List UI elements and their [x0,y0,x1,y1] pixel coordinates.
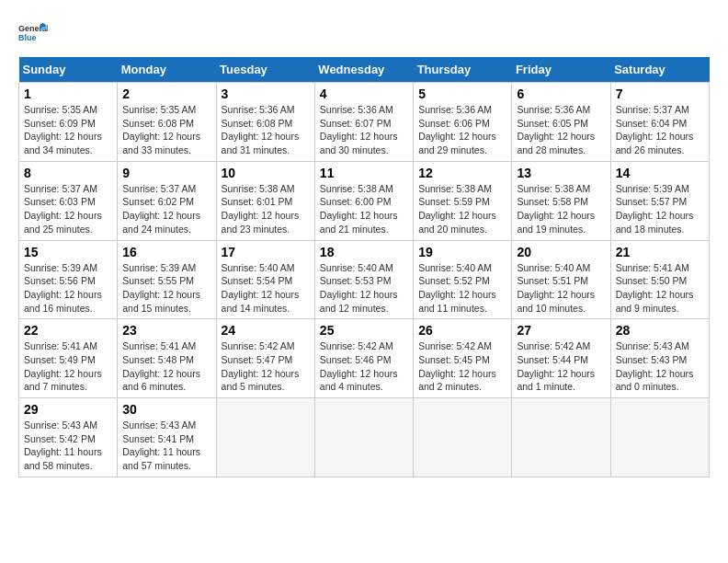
calendar-table: SundayMondayTuesdayWednesdayThursdayFrid… [18,57,710,477]
table-row: 5Sunrise: 5:36 AMSunset: 6:06 PMDaylight… [414,83,512,162]
calendar-week-row: 22Sunrise: 5:41 AMSunset: 5:49 PMDayligh… [19,319,710,398]
day-info: Sunrise: 5:36 AMSunset: 6:08 PMDaylight:… [222,103,310,157]
day-info: Sunrise: 5:40 AMSunset: 5:53 PMDaylight:… [320,261,408,316]
table-row: 18Sunrise: 5:40 AMSunset: 5:53 PMDayligh… [314,240,413,319]
day-info: Sunrise: 5:38 AMSunset: 6:00 PMDaylight:… [320,182,408,236]
day-info: Sunrise: 5:42 AMSunset: 5:47 PMDaylight:… [222,339,310,394]
day-number: 30 [122,402,210,417]
table-row: 11Sunrise: 5:38 AMSunset: 6:00 PMDayligh… [314,161,413,240]
table-row: 3Sunrise: 5:36 AMSunset: 6:08 PMDaylight… [216,83,314,162]
day-header-wednesday: Wednesday [314,57,413,83]
table-row: 26Sunrise: 5:42 AMSunset: 5:45 PMDayligh… [414,319,512,398]
day-info: Sunrise: 5:36 AMSunset: 6:06 PMDaylight:… [418,103,506,157]
day-number: 11 [320,166,408,180]
table-row: 10Sunrise: 5:38 AMSunset: 6:01 PMDayligh… [216,161,314,240]
page-header: GeneralBlue [18,18,710,48]
day-info: Sunrise: 5:39 AMSunset: 5:56 PMDaylight:… [24,261,112,316]
day-info: Sunrise: 5:37 AMSunset: 6:04 PMDaylight:… [616,103,704,157]
day-info: Sunrise: 5:42 AMSunset: 5:44 PMDaylight:… [517,339,605,394]
day-info: Sunrise: 5:43 AMSunset: 5:41 PMDaylight:… [122,419,210,473]
table-row [610,398,709,477]
table-row: 8Sunrise: 5:37 AMSunset: 6:03 PMDaylight… [19,161,118,240]
day-number: 17 [222,245,310,259]
table-row: 4Sunrise: 5:36 AMSunset: 6:07 PMDaylight… [314,83,413,162]
table-row: 23Sunrise: 5:41 AMSunset: 5:48 PMDayligh… [118,319,216,398]
logo: GeneralBlue [18,18,48,48]
day-number: 19 [418,245,506,259]
table-row [216,398,314,477]
table-row: 27Sunrise: 5:42 AMSunset: 5:44 PMDayligh… [512,319,610,398]
day-number: 24 [222,323,310,338]
logo-icon: GeneralBlue [18,18,48,48]
day-info: Sunrise: 5:39 AMSunset: 5:55 PMDaylight:… [122,261,210,316]
table-row: 19Sunrise: 5:40 AMSunset: 5:52 PMDayligh… [414,240,512,319]
calendar-week-row: 1Sunrise: 5:35 AMSunset: 6:09 PMDaylight… [19,83,710,162]
day-header-thursday: Thursday [414,57,512,83]
table-row: 22Sunrise: 5:41 AMSunset: 5:49 PMDayligh… [19,319,118,398]
table-row: 15Sunrise: 5:39 AMSunset: 5:56 PMDayligh… [19,240,118,319]
table-row: 17Sunrise: 5:40 AMSunset: 5:54 PMDayligh… [216,240,314,319]
day-info: Sunrise: 5:38 AMSunset: 5:59 PMDaylight:… [418,182,506,236]
table-row: 28Sunrise: 5:43 AMSunset: 5:43 PMDayligh… [610,319,709,398]
day-info: Sunrise: 5:35 AMSunset: 6:09 PMDaylight:… [24,103,112,157]
day-number: 16 [122,245,210,259]
table-row: 1Sunrise: 5:35 AMSunset: 6:09 PMDaylight… [19,83,118,162]
table-row: 2Sunrise: 5:35 AMSunset: 6:08 PMDaylight… [118,83,216,162]
day-number: 10 [222,166,310,180]
day-info: Sunrise: 5:38 AMSunset: 6:01 PMDaylight:… [222,182,310,236]
day-number: 21 [616,245,704,259]
day-number: 6 [517,86,605,101]
day-number: 29 [24,402,112,417]
day-info: Sunrise: 5:39 AMSunset: 5:57 PMDaylight:… [616,182,704,236]
day-info: Sunrise: 5:36 AMSunset: 6:07 PMDaylight:… [320,103,408,157]
table-row: 30Sunrise: 5:43 AMSunset: 5:41 PMDayligh… [118,398,216,477]
day-number: 15 [24,245,112,259]
day-number: 1 [24,86,112,101]
table-row: 9Sunrise: 5:37 AMSunset: 6:02 PMDaylight… [118,161,216,240]
day-number: 27 [517,323,605,338]
day-info: Sunrise: 5:35 AMSunset: 6:08 PMDaylight:… [122,103,210,157]
day-info: Sunrise: 5:41 AMSunset: 5:49 PMDaylight:… [24,339,112,394]
day-number: 4 [320,86,408,101]
day-number: 13 [517,166,605,180]
day-header-saturday: Saturday [610,57,709,83]
table-row: 20Sunrise: 5:40 AMSunset: 5:51 PMDayligh… [512,240,610,319]
table-row: 29Sunrise: 5:43 AMSunset: 5:42 PMDayligh… [19,398,118,477]
day-header-friday: Friday [512,57,610,83]
day-info: Sunrise: 5:37 AMSunset: 6:02 PMDaylight:… [122,182,210,236]
day-info: Sunrise: 5:42 AMSunset: 5:46 PMDaylight:… [320,339,408,394]
day-info: Sunrise: 5:40 AMSunset: 5:52 PMDaylight:… [418,261,506,316]
table-row [414,398,512,477]
day-number: 8 [24,166,112,180]
day-info: Sunrise: 5:41 AMSunset: 5:48 PMDaylight:… [122,339,210,394]
day-header-tuesday: Tuesday [216,57,314,83]
calendar-week-row: 8Sunrise: 5:37 AMSunset: 6:03 PMDaylight… [19,161,710,240]
calendar-week-row: 15Sunrise: 5:39 AMSunset: 5:56 PMDayligh… [19,240,710,319]
calendar-header-row: SundayMondayTuesdayWednesdayThursdayFrid… [19,57,710,83]
day-number: 18 [320,245,408,259]
day-number: 9 [122,166,210,180]
day-info: Sunrise: 5:37 AMSunset: 6:03 PMDaylight:… [24,182,112,236]
day-info: Sunrise: 5:43 AMSunset: 5:42 PMDaylight:… [24,419,112,473]
day-number: 5 [418,86,506,101]
table-row: 13Sunrise: 5:38 AMSunset: 5:58 PMDayligh… [512,161,610,240]
day-number: 23 [122,323,210,338]
day-info: Sunrise: 5:36 AMSunset: 6:05 PMDaylight:… [517,103,605,157]
table-row: 6Sunrise: 5:36 AMSunset: 6:05 PMDaylight… [512,83,610,162]
day-header-sunday: Sunday [19,57,118,83]
day-info: Sunrise: 5:40 AMSunset: 5:51 PMDaylight:… [517,261,605,316]
table-row: 7Sunrise: 5:37 AMSunset: 6:04 PMDaylight… [610,83,709,162]
day-info: Sunrise: 5:38 AMSunset: 5:58 PMDaylight:… [517,182,605,236]
day-info: Sunrise: 5:42 AMSunset: 5:45 PMDaylight:… [418,339,506,394]
day-number: 2 [122,86,210,101]
table-row [512,398,610,477]
day-number: 25 [320,323,408,338]
day-info: Sunrise: 5:40 AMSunset: 5:54 PMDaylight:… [222,261,310,316]
table-row: 24Sunrise: 5:42 AMSunset: 5:47 PMDayligh… [216,319,314,398]
table-row: 14Sunrise: 5:39 AMSunset: 5:57 PMDayligh… [610,161,709,240]
day-number: 28 [616,323,704,338]
day-number: 3 [222,86,310,101]
day-number: 20 [517,245,605,259]
calendar-week-row: 29Sunrise: 5:43 AMSunset: 5:42 PMDayligh… [19,398,710,477]
day-number: 12 [418,166,506,180]
